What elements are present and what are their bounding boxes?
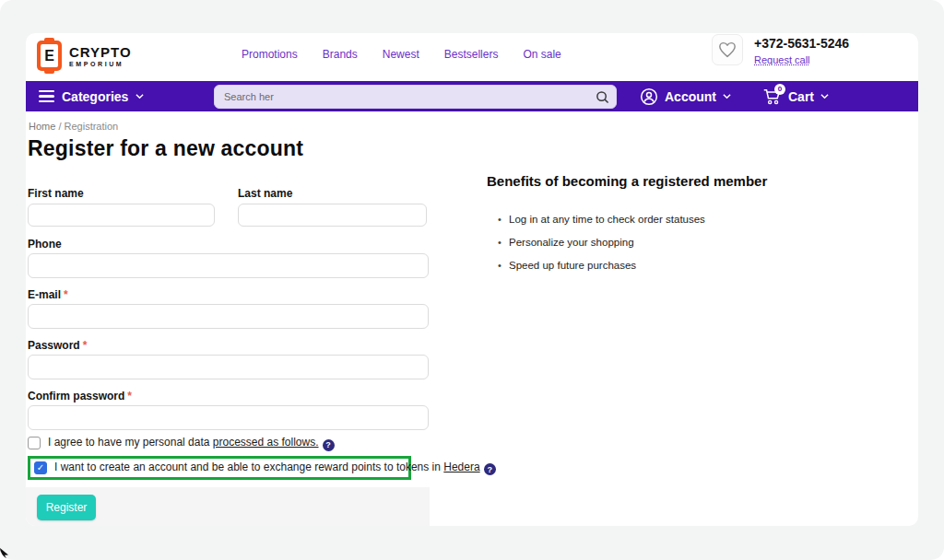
contact-block: +372-5631-5246 Request call <box>754 36 849 67</box>
logo-mark-icon: E <box>37 41 62 71</box>
first-name-label: First name <box>28 187 84 200</box>
account-label: Account <box>665 89 716 104</box>
register-button[interactable]: Register <box>37 495 96 520</box>
help-icon[interactable]: ? <box>484 463 496 475</box>
benefit-item: Speed up future purchases <box>498 260 705 271</box>
phone-input[interactable] <box>28 253 429 278</box>
search-icon <box>596 90 609 104</box>
search-button[interactable] <box>588 86 616 108</box>
form-footer: Register <box>26 487 430 526</box>
check-icon: ✓ <box>37 463 44 472</box>
site-logo[interactable]: E CRYPTO EMPORIUM <box>37 41 132 71</box>
nav-link-brands[interactable]: Brands <box>323 48 358 61</box>
page-card: E CRYPTO EMPORIUM Promotions Brands Newe… <box>26 33 918 526</box>
brand-name: CRYPTO <box>69 45 132 59</box>
benefit-item: Personalize your shopping <box>498 237 705 248</box>
email-input[interactable] <box>28 304 429 329</box>
breadcrumb-current: Registration <box>65 121 119 132</box>
chevron-down-icon <box>820 92 829 100</box>
categories-menu-button[interactable]: Categories <box>39 81 144 111</box>
search-input[interactable] <box>215 91 588 102</box>
account-icon <box>640 88 658 106</box>
nav-link-bestsellers[interactable]: Bestsellers <box>444 48 499 61</box>
required-mark: * <box>83 339 88 352</box>
categories-label: Categories <box>62 89 128 104</box>
rewards-row: ✓ I want to create an account and be abl… <box>34 461 496 476</box>
account-menu-button[interactable]: Account <box>640 81 731 111</box>
page-title: Register for a new account <box>28 136 303 161</box>
registration-page: E CRYPTO EMPORIUM Promotions Brands Newe… <box>0 0 944 560</box>
consent-text: I agree to have my personal data process… <box>48 436 335 451</box>
brand-subname: EMPORIUM <box>69 61 132 67</box>
confirm-password-input[interactable] <box>28 405 429 430</box>
last-name-input[interactable] <box>238 204 427 227</box>
chevron-down-icon <box>723 92 731 100</box>
hamburger-icon <box>39 90 54 102</box>
logo-letter: E <box>41 44 58 67</box>
breadcrumb-separator: / <box>58 121 61 132</box>
hedera-link[interactable]: Hedera <box>443 461 479 473</box>
heart-icon <box>718 41 737 58</box>
nav-link-on-sale[interactable]: On sale <box>523 48 560 61</box>
rewards-text: I want to create an account and be able … <box>54 461 496 476</box>
consent-checkbox[interactable] <box>28 437 41 449</box>
benefits-title: Benefits of becoming a registered member <box>487 173 767 189</box>
consent-row: I agree to have my personal data process… <box>28 436 335 451</box>
help-icon[interactable]: ? <box>323 439 335 451</box>
top-nav: Promotions Brands Newest Bestsellers On … <box>242 48 561 61</box>
phone-number: +372-5631-5246 <box>754 36 849 51</box>
nav-link-newest[interactable]: Newest <box>383 48 419 61</box>
benefit-item: Log in at any time to check order status… <box>498 214 705 225</box>
wishlist-button[interactable] <box>712 34 743 65</box>
password-input[interactable] <box>28 355 429 379</box>
breadcrumb-home[interactable]: Home <box>29 121 55 132</box>
mouse-cursor <box>0 548 11 560</box>
rewards-highlight-box: ✓ I want to create an account and be abl… <box>28 456 411 480</box>
main-navbar: Categories Account 0 Cart <box>26 81 918 111</box>
required-mark: * <box>64 288 68 301</box>
confirm-password-label: Confirm password* <box>28 390 132 402</box>
benefits-list: Log in at any time to check order status… <box>498 214 705 283</box>
site-header: E CRYPTO EMPORIUM Promotions Brands Newe… <box>26 33 918 81</box>
processed-as-follows-link[interactable]: processed as follows. <box>213 436 319 449</box>
cart-label: Cart <box>788 89 814 104</box>
cart-count-badge: 0 <box>774 84 785 95</box>
chevron-down-icon <box>136 92 144 100</box>
search-bar <box>214 85 617 109</box>
cart-menu-button[interactable]: 0 Cart <box>761 81 829 111</box>
email-label: E-mail* <box>28 288 68 301</box>
brand-text: CRYPTO EMPORIUM <box>69 45 132 67</box>
request-call-link[interactable]: Request call <box>754 54 810 65</box>
password-label: Password* <box>28 339 87 352</box>
last-name-label: Last name <box>238 187 292 200</box>
breadcrumb: Home / Registration <box>29 121 118 132</box>
first-name-input[interactable] <box>28 204 215 227</box>
phone-label: Phone <box>28 238 62 251</box>
nav-link-promotions[interactable]: Promotions <box>242 48 298 61</box>
required-mark: * <box>127 390 132 402</box>
rewards-checkbox[interactable]: ✓ <box>34 461 47 474</box>
